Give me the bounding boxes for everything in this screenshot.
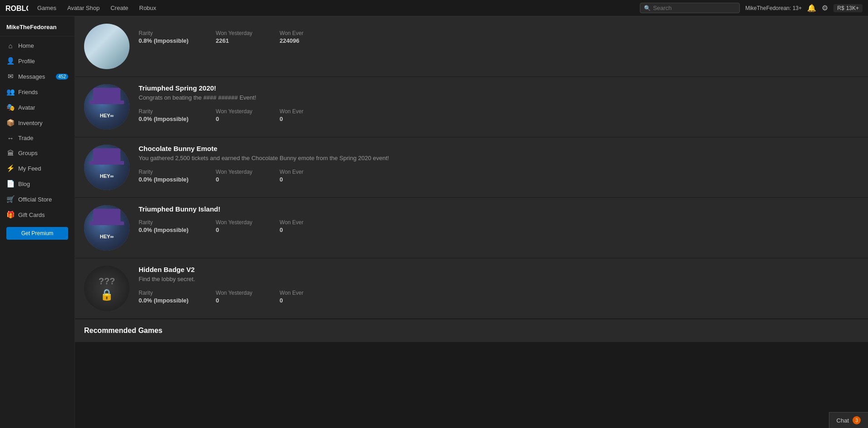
sidebar-item-avatar[interactable]: 🎭 Avatar [0, 100, 75, 115]
badge-description-3: You gathered 2,500 tickets and earned th… [139, 154, 859, 162]
badge-image-2: HEY∞ [84, 84, 130, 130]
rarity-label-1: Rarity [139, 30, 189, 36]
sidebar-label-home: Home [18, 42, 34, 49]
badge-card: HEY∞ Triumphed Spring 2020! Congrats on … [75, 77, 868, 137]
sidebar-item-profile[interactable]: 👤 Profile [0, 53, 75, 69]
sidebar-item-friends[interactable]: 👥 Friends [0, 84, 75, 100]
sidebar-item-home[interactable]: ⌂ Home [0, 38, 75, 53]
rarity-stat-2: Rarity 0.0% (Impossible) [139, 108, 189, 122]
badge-stats-1: Rarity 0.8% (Impossible) Won Yesterday 2… [139, 30, 859, 44]
search-input[interactable] [653, 5, 736, 11]
won-ever-value-1: 224096 [279, 37, 303, 44]
robux-icon: R$ [837, 5, 844, 11]
recommended-title: Recommended Games [84, 327, 163, 334]
chat-badge: 3 [853, 416, 861, 424]
rarity-stat-5: Rarity 0.0% (Impossible) [139, 290, 189, 304]
won-ever-stat-1: Won Ever 224096 [279, 30, 303, 44]
messages-badge: 452 [56, 74, 68, 80]
giftcards-icon: 🎁 [6, 211, 15, 219]
won-yesterday-label-2: Won Yesterday [216, 108, 253, 115]
won-yesterday-label-1: Won Yesterday [216, 30, 253, 36]
rarity-value-5: 0.0% (Impossible) [139, 297, 189, 304]
trade-icon: ↔ [6, 134, 15, 142]
recommended-section: Recommended Games [75, 319, 868, 342]
won-yesterday-value-2: 0 [216, 116, 253, 122]
top-nav: ROBLOX Games Avatar Shop Create Robux 🔍 … [0, 0, 868, 16]
home-icon: ⌂ [6, 42, 15, 50]
myfeed-icon: ⚡ [6, 164, 15, 172]
settings-icon[interactable]: ⚙ [822, 4, 828, 12]
nav-robux[interactable]: Robux [139, 5, 156, 11]
rarity-value-4: 0.0% (Impossible) [139, 227, 189, 233]
sidebar-label-blog: Blog [18, 181, 30, 187]
won-ever-label-5: Won Ever [279, 290, 303, 296]
sidebar-label-myfeed: My Feed [18, 165, 41, 172]
badge-info-3: Chocolate Bunny Emote You gathered 2,500… [139, 145, 859, 183]
rarity-stat-1: Rarity 0.8% (Impossible) [139, 30, 189, 44]
sidebar-item-blog[interactable]: 📄 Blog [0, 176, 75, 191]
nav-avatar-shop[interactable]: Avatar Shop [67, 5, 100, 11]
sidebar-label-store: Official Store [18, 196, 52, 203]
sidebar-label-friends: Friends [18, 89, 38, 96]
notifications-icon[interactable]: 🔔 [807, 4, 816, 12]
badge-info-5: Hidden Badge V2 Find the lobby secret. R… [139, 266, 859, 304]
badge-stats-5: Rarity 0.0% (Impossible) Won Yesterday 0… [139, 290, 859, 304]
won-ever-label-3: Won Ever [279, 169, 303, 175]
won-yesterday-label-5: Won Yesterday [216, 290, 253, 296]
search-bar: 🔍 [640, 3, 740, 13]
store-icon: 🛒 [6, 195, 15, 203]
profile-icon: 👤 [6, 57, 15, 65]
sidebar-label-trade: Trade [18, 135, 33, 141]
chat-button[interactable]: Chat 3 [829, 412, 868, 428]
nav-games[interactable]: Games [37, 5, 56, 11]
friends-icon: 👥 [6, 88, 15, 96]
nav-create[interactable]: Create [110, 5, 128, 11]
won-ever-stat-3: Won Ever 0 [279, 169, 303, 183]
sidebar-label-giftcards: Gift Cards [18, 211, 45, 218]
won-ever-label-4: Won Ever [279, 219, 303, 226]
won-yesterday-stat-5: Won Yesterday 0 [216, 290, 253, 304]
badge-image-4: HEY∞ [84, 205, 130, 251]
avatar-icon: 🎭 [6, 103, 15, 111]
sidebar-item-trade[interactable]: ↔ Trade [0, 131, 75, 146]
won-ever-label-1: Won Ever [279, 30, 303, 36]
sidebar-item-groups[interactable]: 🏛 Groups [0, 146, 75, 161]
get-premium-button[interactable]: Get Premium [6, 227, 68, 240]
badge-stats-2: Rarity 0.0% (Impossible) Won Yesterday 0… [139, 108, 859, 122]
robux-display[interactable]: R$ 13K+ [833, 4, 863, 12]
roblox-logo[interactable]: ROBLOX [5, 4, 28, 13]
top-nav-right: MikeTheFedorean: 13+ 🔔 ⚙ R$ 13K+ [745, 4, 863, 12]
won-ever-label-2: Won Ever [279, 108, 303, 115]
sidebar-label-profile: Profile [18, 58, 35, 65]
badge-image-3: HEY∞ [84, 145, 130, 190]
badge-stats-3: Rarity 0.0% (Impossible) Won Yesterday 0… [139, 169, 859, 183]
nav-username: MikeTheFedorean: 13+ [745, 5, 802, 11]
blog-icon: 📄 [6, 180, 15, 188]
badge-description-5: Find the lobby secret. [139, 275, 859, 283]
badge-image-5: ??? 🔒 [84, 266, 130, 311]
main-content: Rarity 0.8% (Impossible) Won Yesterday 2… [75, 16, 868, 428]
won-yesterday-label-3: Won Yesterday [216, 169, 253, 175]
won-ever-value-2: 0 [279, 116, 303, 122]
badge-title-5: Hidden Badge V2 [139, 266, 859, 273]
sidebar-item-inventory[interactable]: 📦 Inventory [0, 115, 75, 131]
sidebar-item-official-store[interactable]: 🛒 Official Store [0, 191, 75, 207]
badge-image-1 [84, 24, 130, 69]
rarity-value-3: 0.0% (Impossible) [139, 176, 189, 183]
badge-title-3: Chocolate Bunny Emote [139, 145, 859, 152]
rarity-label-4: Rarity [139, 219, 189, 226]
sidebar-item-gift-cards[interactable]: 🎁 Gift Cards [0, 207, 75, 222]
rarity-label-2: Rarity [139, 108, 189, 115]
badge-card: ??? 🔒 Hidden Badge V2 Find the lobby sec… [75, 258, 868, 319]
badge-card: Rarity 0.8% (Impossible) Won Yesterday 2… [75, 16, 868, 77]
robux-amount: 13K+ [846, 5, 859, 11]
rarity-stat-4: Rarity 0.0% (Impossible) [139, 219, 189, 233]
badge-title-2: Triumphed Spring 2020! [139, 84, 859, 92]
sidebar-item-messages[interactable]: ✉ Messages 452 [0, 69, 75, 84]
sidebar: MikeTheFedorean ⌂ Home 👤 Profile ✉ Messa… [0, 16, 75, 428]
won-ever-stat-4: Won Ever 0 [279, 219, 303, 233]
sidebar-item-myfeed[interactable]: ⚡ My Feed [0, 161, 75, 176]
sidebar-label-inventory: Inventory [18, 120, 42, 126]
groups-icon: 🏛 [6, 149, 15, 157]
won-yesterday-stat-4: Won Yesterday 0 [216, 219, 253, 233]
